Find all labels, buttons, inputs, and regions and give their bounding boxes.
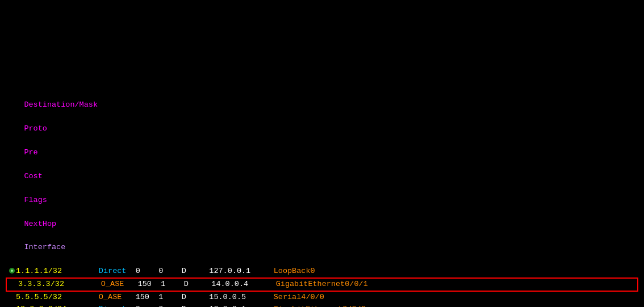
- nexthop-cell: 127.0.0.1: [209, 267, 273, 275]
- cost-cell: 1: [161, 280, 184, 288]
- column-headers: Destination/Mask Proto Pre Cost Flags Ne…: [6, 87, 638, 266]
- pre-cell: 150: [138, 280, 161, 288]
- flags-cell: D: [182, 293, 210, 301]
- cost-cell: 0: [158, 305, 182, 307]
- flags-cell: D: [184, 280, 212, 288]
- pre-cell: 0: [136, 305, 159, 307]
- table-row: 12.0.0.0/24 Direct 0 0 D 12.0.0.1 Gigabi…: [6, 304, 638, 307]
- table-row: 1.1.1.1/32 Direct 0 0 D 127.0.0.1 LoopBa…: [6, 266, 638, 277]
- blank-line-1: [6, 76, 638, 88]
- pre-cell: 150: [136, 293, 159, 301]
- col-dest: Destination/Mask: [24, 100, 98, 109]
- spacer1: [24, 41, 70, 50]
- proto-cell: O_ASE: [99, 293, 136, 301]
- table-row: 5.5.5.5/32 O_ASE 150 1 D 15.0.0.5 Serial…: [6, 292, 638, 304]
- pre-cell: 0: [136, 267, 159, 275]
- dot-indicator: [6, 266, 15, 277]
- iface-cell: GigabitEthernet0/0/1: [276, 280, 368, 288]
- proto-cell: Direct: [99, 305, 136, 307]
- terminal-window: Destination/Mask Proto Pre Cost Flags Ne…: [6, 5, 638, 307]
- nexthop-cell: 14.0.0.4: [211, 280, 275, 288]
- cost-cell: 1: [158, 293, 182, 301]
- nexthop-cell: 12.0.0.1: [209, 305, 273, 307]
- iface-cell: LoopBack0: [274, 267, 315, 275]
- dest-cell: 12.0.0.0/24: [16, 305, 99, 307]
- routing-table-body: 1.1.1.1/32 Direct 0 0 D 127.0.0.1 LoopBa…: [6, 266, 638, 307]
- col-nexthop: NextHop: [24, 220, 56, 228]
- col-pre: Pre: [24, 148, 37, 157]
- proto-cell: Direct: [99, 267, 136, 275]
- col-interface: Interface: [24, 243, 65, 251]
- iface-cell: Serial4/0/0: [274, 293, 324, 301]
- dest-cell: 1.1.1.1/32: [16, 267, 99, 275]
- indent: [24, 18, 61, 26]
- table-row: 3.3.3.3/32 O_ASE 150 1 D 14.0.0.4 Gigabi…: [6, 277, 638, 292]
- dest-cell: 5.5.5.5/32: [16, 293, 99, 301]
- col-flags: Flags: [24, 196, 47, 204]
- col-proto: Proto: [24, 124, 47, 133]
- stats-line: [6, 5, 638, 76]
- iface-cell: GigabitEthernet0/0/0: [274, 305, 366, 307]
- dest-cell: 3.3.3.3/32: [18, 280, 101, 288]
- nexthop-cell: 15.0.0.5: [209, 293, 273, 301]
- col-cost: Cost: [24, 172, 42, 180]
- flags-cell: D: [182, 305, 210, 307]
- cost-cell: 0: [158, 267, 182, 275]
- proto-cell: O_ASE: [101, 280, 138, 288]
- flags-cell: D: [182, 267, 210, 275]
